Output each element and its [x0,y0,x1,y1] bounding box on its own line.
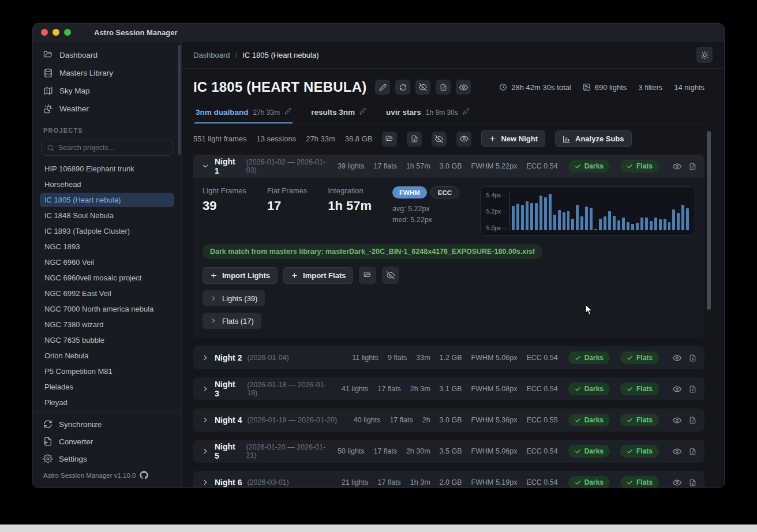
minimize-window-button[interactable] [53,29,59,36]
preview-project-button[interactable] [456,80,471,95]
tab-results-3nm[interactable]: results 3nm [310,103,368,123]
eye-icon[interactable] [673,416,681,425]
sidebar-item-converter[interactable]: Converter [33,433,181,450]
preview-session-button[interactable] [456,132,471,147]
chevron-down-icon[interactable] [201,162,209,170]
project-item[interactable]: Orion Nebula [40,349,174,363]
sidebar-item-masters-library[interactable]: Masters Library [33,64,181,82]
file-icon[interactable] [689,417,696,424]
import-flats-button[interactable]: Import Flats [283,267,353,284]
sidebar-item-synchronize[interactable]: Synchronize [33,415,181,433]
lights-expand-button[interactable]: Lights (39) [203,290,265,306]
eye-icon[interactable] [673,385,681,394]
session-notes-button[interactable] [407,132,422,147]
night-4-row[interactable]: Night 4 (2026-01-19 — 2026-01-20) 40 lig… [193,409,704,432]
project-item[interactable]: Horsehead [40,177,174,192]
new-night-button[interactable]: New Night [481,130,545,147]
analyze-subs-button[interactable]: Analyze Subs [555,130,632,147]
darks-badge[interactable]: Darks [568,414,610,426]
edit-project-button[interactable] [375,80,390,95]
project-item[interactable]: NGC 7000 North america nebula [40,302,174,316]
hide-project-button[interactable] [415,80,430,95]
breadcrumb: Dashboard / IC 1805 (Heart nebula) [193,51,318,59]
ecc-toggle-button[interactable]: ECC [430,186,459,198]
project-item[interactable]: HIP 106890 Elephant trunk [40,162,174,176]
hide-night-button[interactable] [382,267,399,284]
breadcrumb-root[interactable]: Dashboard [193,51,230,59]
eye-icon[interactable] [673,162,681,171]
project-item[interactable]: NGC 6960 Veil [40,255,174,269]
flats-badge[interactable]: Flats [620,476,659,488]
sidebar-item-settings[interactable]: Settings [33,450,181,467]
sidebar-item-dashboard[interactable]: Dashboard [33,46,181,64]
fwhm-toggle-button[interactable]: FWHM [392,186,427,198]
flats-badge[interactable]: Flats [620,160,659,173]
open-folder-button[interactable] [382,132,397,147]
theme-toggle-button[interactable] [696,47,713,63]
file-icon[interactable] [689,354,696,362]
zoom-window-button[interactable] [64,29,71,36]
flats-badge[interactable]: Flats [620,383,659,395]
tab-label: uvir stars [386,108,421,117]
close-window-button[interactable] [41,29,48,36]
file-icon[interactable] [689,448,696,455]
sync-project-button[interactable] [395,80,410,95]
sidebar-item-weather[interactable]: Weather [33,100,181,118]
github-icon[interactable] [140,471,148,479]
night-name: Night 6 [215,478,242,487]
chevron-right-icon[interactable] [201,354,209,362]
project-item[interactable]: IC 1893 (Tadpole Cluster) [40,224,174,238]
chevron-right-icon[interactable] [201,447,209,455]
night-1-header[interactable]: Night 1 (2026-01-02 — 2026-01-03) 39 lig… [193,155,704,178]
eye-icon[interactable] [673,447,681,456]
chevron-right-icon[interactable] [201,385,209,393]
pencil-icon[interactable] [284,108,291,115]
project-item[interactable]: NGC 6960veil mosaic project [40,271,174,285]
eye-icon[interactable] [673,354,681,362]
flats-badge[interactable]: Flats [620,414,659,426]
tab-3nm-dualband[interactable]: 3nm dualband 27h 33m [194,103,293,123]
pencil-icon[interactable] [463,108,470,115]
flats-expand-button[interactable]: Flats (17) [203,313,261,329]
night-2-row[interactable]: Night 2 (2026-01-04) 11 lights9 flats33m… [193,346,704,369]
flats-badge[interactable]: Flats [620,351,659,364]
file-icon[interactable] [689,385,696,393]
night-3-row[interactable]: Night 3 (2026-01-18 — 2026-01-19) 41 lig… [193,377,704,400]
fwhm-bar [672,209,675,230]
main-scrollbar[interactable] [707,131,711,310]
eye-icon[interactable] [673,478,681,487]
project-item[interactable]: NGC 1893 [40,239,174,254]
chevron-right-icon[interactable] [201,416,209,424]
flats-badge[interactable]: Flats [620,445,659,458]
night-5-row[interactable]: Night 5 (2026-01-20 — 2026-01-21) 50 lig… [193,440,704,463]
darks-badge[interactable]: Darks [568,476,610,488]
night-1-card: Night 1 (2026-01-02 — 2026-01-03) 39 lig… [193,155,704,338]
project-item[interactable]: Pleyad [40,395,174,410]
sidebar-scrollbar[interactable] [178,45,181,155]
darks-badge[interactable]: Darks [568,160,610,173]
night-6-row[interactable]: Night 6 (2026-03-01) 21 lights17 flats1h… [193,471,704,488]
chevron-right-icon[interactable] [201,478,209,486]
project-item[interactable]: IC 1848 Soul Nebula [40,208,174,223]
project-notes-button[interactable] [436,80,451,95]
pencil-icon[interactable] [359,108,366,115]
file-icon[interactable] [689,163,696,170]
sessions-summary: 13 sessions [257,134,297,143]
tab-uvir-stars[interactable]: uvir stars 1h 9m 30s [385,103,471,123]
project-item[interactable]: NGC 6992 East Veil [40,286,174,301]
project-item[interactable]: NGC 7380 wizard [40,317,174,332]
hide-session-button[interactable] [432,132,447,147]
darks-badge[interactable]: Darks [568,383,610,395]
project-search[interactable] [41,140,173,156]
project-item[interactable]: Pleiades [40,380,174,394]
file-icon[interactable] [689,479,696,486]
search-input[interactable] [58,144,167,152]
project-item-selected[interactable]: IC 1805 (Heart nebula) [40,193,174,207]
import-lights-button[interactable]: Import Lights [203,267,278,284]
open-night-folder-button[interactable] [359,267,376,284]
project-item[interactable]: P5 Competition M81 [40,364,174,379]
darks-badge[interactable]: Darks [568,445,610,458]
sidebar-item-sky-map[interactable]: Sky Map [33,82,181,100]
project-item[interactable]: NGC 7635 bubble [40,333,174,347]
darks-badge[interactable]: Darks [568,351,610,364]
